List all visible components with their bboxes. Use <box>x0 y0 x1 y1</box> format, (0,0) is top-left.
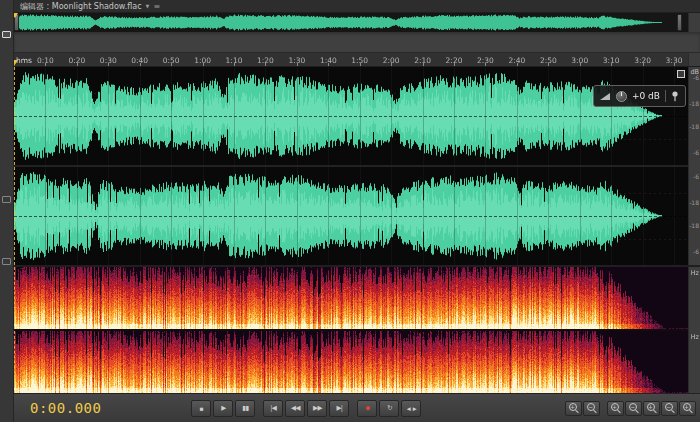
db-tick-label: -6 <box>693 173 699 180</box>
zoom-in-button[interactable]: + <box>565 401 582 416</box>
editor-header-band <box>14 32 700 53</box>
panel-tab-bar: 编辑器 : Moonlight Shadow.flac ▼ ≡ <box>14 0 700 13</box>
magnifier-handle <box>617 409 621 413</box>
ruler-tickmark <box>234 63 235 66</box>
zoom-group-b: +−+−+ <box>607 401 696 416</box>
rewind-button[interactable]: ◀◀ <box>285 400 305 417</box>
ruler-tickmark <box>391 63 392 66</box>
zoom-in-horizontal-button[interactable]: + <box>607 401 624 416</box>
hz-unit-label-bottom: Hz <box>691 333 699 341</box>
zoom-in-vertical-button[interactable]: + <box>643 401 660 416</box>
zoom-to-selection-button[interactable]: + <box>679 401 696 416</box>
overview-strip[interactable] <box>14 13 688 32</box>
magnifier-handle <box>671 409 675 413</box>
panel-menu-icon[interactable]: ≡ <box>153 2 160 11</box>
hz-unit-label-top: Hz <box>691 269 699 277</box>
ruler-tickmark <box>77 63 78 66</box>
ruler-tickmark <box>140 63 141 66</box>
db-tick-label: -6 <box>693 248 699 255</box>
ruler-scale-spacer <box>688 53 700 66</box>
ruler-tickmark <box>485 63 486 66</box>
ruler-tickmark <box>423 63 424 66</box>
gain-knob[interactable] <box>616 91 627 102</box>
ruler-tickmark <box>674 63 675 66</box>
editor-tab-label[interactable]: 编辑器 : Moonlight Shadow.flac <box>20 1 142 12</box>
stop-button[interactable]: ■ <box>191 400 211 417</box>
spectrogram-row: Hz Hz <box>14 267 700 393</box>
navigator-grabber-icon[interactable] <box>677 70 685 78</box>
ruler-tickmark <box>328 63 329 66</box>
db-tick-label: -18 <box>689 222 699 229</box>
audition-app: 编辑器 : Moonlight Shadow.flac ▼ ≡ hms 0:10… <box>0 0 700 422</box>
magnifier-handle <box>575 409 579 413</box>
overview-row <box>14 13 700 32</box>
zoom-out-button[interactable]: − <box>583 401 600 416</box>
waveform-canvas[interactable] <box>14 67 688 265</box>
gain-value-label: +0 dB <box>632 91 660 101</box>
skip-selection-button[interactable]: ◄► <box>401 400 421 417</box>
lasso-tool-icon[interactable] <box>2 258 11 265</box>
waveform-display[interactable]: +0 dB <box>14 67 688 265</box>
playhead-marker-overview[interactable] <box>14 13 18 18</box>
marquee-tool-icon[interactable] <box>2 196 11 203</box>
ruler-unit-label: hms <box>16 56 32 65</box>
zoom-out-horizontal-button[interactable]: − <box>625 401 642 416</box>
skip-to-start-button[interactable]: |◀ <box>263 400 283 417</box>
ruler-tickmark <box>108 63 109 66</box>
ruler-tickmark <box>297 63 298 66</box>
ruler-tickmark <box>611 63 612 66</box>
skip-to-end-button[interactable]: ▶| <box>329 400 349 417</box>
hz-scale: Hz Hz <box>688 267 700 393</box>
time-selection-tool-icon[interactable] <box>2 31 11 38</box>
gain-ramp-icon <box>600 92 611 101</box>
ruler-tickmark <box>548 63 549 66</box>
playback-time-display[interactable]: 0:00.000 <box>30 400 101 416</box>
zoom-out-vertical-button[interactable]: − <box>661 401 678 416</box>
gain-hud: +0 dB <box>593 85 686 107</box>
db-tick-label: -18 <box>689 123 699 130</box>
zoom-group-a: +− <box>565 401 600 416</box>
fast-forward-button[interactable]: ▶▶ <box>307 400 327 417</box>
chevron-down-icon[interactable]: ▼ <box>146 3 150 9</box>
spectrogram-display[interactable] <box>14 267 688 393</box>
loop-playback-button[interactable]: ↻ <box>379 400 399 417</box>
status-bar: 0:00.000 ■▶▮▮|◀◀◀▶▶▶|●↻◄► +− +−+−+ <box>14 393 700 422</box>
magnifier-handle <box>689 409 693 413</box>
transport-controls: ■▶▮▮|◀◀◀▶▶▶|●↻◄► <box>191 400 421 417</box>
ruler-tickmark <box>203 63 204 66</box>
ruler-tickmark <box>454 63 455 66</box>
left-toolbar <box>0 0 14 422</box>
zoom-controls: +− +−+−+ <box>565 401 696 416</box>
hud-separator <box>665 90 666 102</box>
ruler-tickmark <box>360 63 361 66</box>
db-scale: dB -6-18-18-6-6-18-18-6 <box>688 67 700 265</box>
ruler-tickmark <box>265 63 266 66</box>
overview-right-handle[interactable] <box>677 14 682 31</box>
ruler-tickmark <box>45 63 46 66</box>
pin-icon[interactable] <box>671 91 679 102</box>
db-tick-label: -18 <box>689 100 699 107</box>
spectrogram-canvas[interactable] <box>14 267 688 393</box>
overview-scale-spacer <box>688 13 700 32</box>
db-tick-label: -6 <box>693 149 699 156</box>
ruler-tickmark <box>580 63 581 66</box>
record-button[interactable]: ● <box>357 400 377 417</box>
waveform-row: +0 dB dB -6-18-18-6-6-18-18-6 <box>14 67 700 265</box>
ruler-tickmark <box>643 63 644 66</box>
db-tick-label: -18 <box>689 199 699 206</box>
ruler-tickmark <box>517 63 518 66</box>
magnifier-handle <box>593 409 597 413</box>
editor-panel: 编辑器 : Moonlight Shadow.flac ▼ ≡ hms 0:10… <box>14 0 700 422</box>
pause-button[interactable]: ▮▮ <box>235 400 255 417</box>
ruler-tickmark <box>171 63 172 66</box>
playhead-marker[interactable] <box>14 60 18 66</box>
magnifier-handle <box>653 409 657 413</box>
db-tick-label: -6 <box>693 74 699 81</box>
overview-waveform-canvas[interactable] <box>14 13 688 32</box>
ruler-ticks[interactable]: hms 0:100:200:300:400:501:001:101:201:30… <box>14 53 688 66</box>
timeline-ruler-row: hms 0:100:200:300:400:501:001:101:201:30… <box>14 53 700 67</box>
magnifier-handle <box>635 409 639 413</box>
play-button[interactable]: ▶ <box>213 400 233 417</box>
